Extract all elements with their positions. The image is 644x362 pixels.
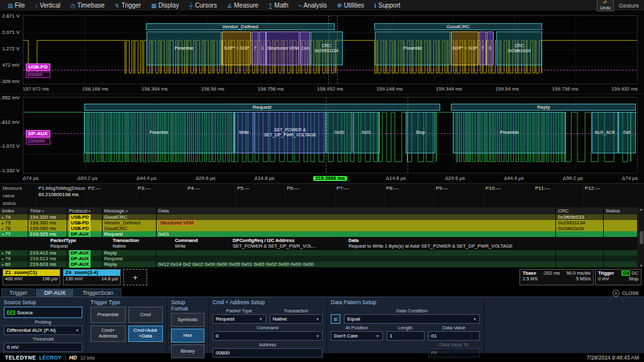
cursors-menu[interactable]: ┼Cursors [184, 0, 222, 11]
threshold-input[interactable]: 0 mV [4, 343, 82, 352]
timebase-descriptor[interactable]: Tbase -202 ms 50.0 ms/div 2.5 MS 5 MS/s [519, 269, 594, 285]
detail-value: Request to Write 1 Byte(s) at Addr SET_P… [348, 243, 635, 249]
trigger-type-cmd[interactable]: Cmd [128, 307, 164, 323]
measure-param[interactable]: P4:--- [186, 184, 235, 207]
gesture-label: Gesture [619, 3, 641, 9]
dialog-close-button[interactable]: × CLOSE [613, 290, 643, 297]
length-input[interactable]: 1 [387, 331, 425, 341]
tab-triggerscan[interactable]: TriggerScan [74, 288, 121, 297]
address-input[interactable]: 00600 [213, 348, 323, 358]
probing-select[interactable]: Differential AUX (P-N) ▼ [4, 326, 82, 335]
data-value-to-input[interactable]: FF [428, 348, 480, 358]
add-trace-button[interactable]: + [123, 269, 147, 285]
trigger-type-cmd-addr-data[interactable]: Cmd+Addr +Data [128, 326, 164, 342]
tab-dp-aux[interactable]: DP-AUX [36, 288, 74, 297]
measure-param[interactable]: P8:--- [384, 184, 434, 207]
timebase-menu[interactable]: ◷Timebase [65, 0, 109, 11]
decode-row[interactable]: ▸79219.513 msDP-AUXRequest [0, 256, 638, 261]
measure-param[interactable]: P1:MsgToMsg(Decod...60.210600198 ms [36, 184, 86, 207]
scroll-down-icon[interactable]: ▼ [640, 264, 643, 268]
scrollbar-thumb[interactable] [640, 231, 643, 244]
format-hex[interactable]: Hex [171, 329, 204, 343]
decode-detail-row[interactable]: PacketTypeTransactionCommandDPConfigReq … [0, 237, 638, 250]
column-header-status[interactable]: Status [604, 207, 638, 214]
decode-row[interactable]: ▾77219.325 msDP-AUXRequest0x01 [0, 231, 638, 237]
trigger-descriptor[interactable]: Trigger C4 DC 0 mV Stop [595, 269, 641, 285]
protocol-badge: DP-AUX [69, 261, 91, 267]
dpaux-channel-badge[interactable]: DP-AUX [26, 130, 50, 138]
expander-icon[interactable]: ▸ [2, 257, 4, 261]
format-binary[interactable]: Binary [171, 344, 204, 358]
cell-time: 154.320 ms [28, 214, 67, 220]
vertical-menu-icon: ↕ [35, 3, 38, 9]
packet-type-select[interactable]: Request ▼ [213, 314, 266, 324]
decode-row[interactable]: ▸76159.080 msUSB-PDGoodCRC0x2afe2a1b [0, 226, 638, 231]
column-header-message[interactable]: Message▾ [102, 207, 156, 214]
measure-param[interactable]: P10:--- [484, 184, 533, 207]
math-menu[interactable]: ∑Math [264, 0, 294, 11]
z1-descriptor[interactable]: Z1 zoom(C1) 400 mV/ 196 µs/ [3, 269, 60, 285]
measure-param-status [187, 192, 234, 197]
measure-param[interactable]: P11:--- [533, 184, 583, 207]
column-header-index[interactable]: Index [0, 207, 28, 214]
cell-protocol: DP-AUX [67, 261, 102, 267]
expander-icon[interactable]: ▸ [2, 221, 4, 225]
pattern-menu-button[interactable]: ≡ [331, 314, 340, 324]
expander-icon[interactable]: ▸ [2, 216, 4, 219]
tbase-scale: 50.0 ms/div [567, 270, 591, 276]
column-header-protocol[interactable]: Protocol▾ [67, 207, 102, 214]
z1-name: zoom(C1) [14, 270, 36, 276]
support-menu[interactable]: ℹSupport [369, 0, 405, 11]
cell-message: GoodCRC [102, 214, 156, 220]
transaction-select[interactable]: Native ▼ [270, 314, 323, 324]
decode-row[interactable]: ▸80219.603 msDP-AUXReply0x12 0x14 0x2 0x… [0, 261, 638, 267]
decode-row[interactable]: ▸75158.360 msUSB-PDVendor_DefinedStructu… [0, 220, 638, 226]
file-menu[interactable]: ▤File [3, 0, 30, 11]
utilities-menu[interactable]: ☸Utilities [332, 0, 369, 11]
measure-param[interactable]: P6:--- [285, 184, 335, 207]
cell-data [156, 267, 556, 268]
measure-menu[interactable]: ∡Measure [222, 0, 264, 11]
grid2-plot[interactable]: RequestPreambleWriteSET_POWER & SET_DP_P… [23, 97, 638, 173]
measure-param[interactable]: P9:--- [434, 184, 484, 207]
grid1-plot[interactable]: Vendor_DefinedPreambleSOP* = SOP71Struct… [23, 15, 638, 84]
column-header-time[interactable]: Time▾ [28, 207, 67, 214]
decode-row[interactable]: ▸81219.791 msDP-AUXRequest [0, 267, 638, 268]
usbpd-decode-baseline [23, 70, 637, 70]
expander-icon[interactable]: ▾ [2, 233, 4, 236]
format-symbolic[interactable]: Symbolic [171, 313, 204, 327]
expander-icon[interactable]: ▸ [2, 263, 4, 266]
grid1-x-label: 158.756 ms [258, 87, 284, 92]
vertical-menu[interactable]: ↕Vertical [30, 0, 65, 11]
at-position-select[interactable]: Don't Care ▼ [331, 331, 383, 341]
table-scrollbar[interactable]: ▲ ▼ [638, 207, 644, 268]
tab-trigger[interactable]: Trigger [1, 288, 35, 297]
decode-row[interactable]: ▸74154.320 msUSB-PDGoodCRC0x3f69b533 [0, 214, 638, 220]
undo-button[interactable]: ↶ Undo [597, 0, 614, 11]
measure-param[interactable]: P5:--- [235, 184, 285, 207]
display-menu[interactable]: ▦Display [146, 0, 184, 11]
measure-param[interactable]: P3:--- [136, 184, 186, 207]
data-value-input[interactable]: 01 [428, 331, 480, 341]
column-header-crc[interactable]: CRC [556, 207, 604, 214]
trigger-type-cmd-address[interactable]: Cmd+ Address [91, 326, 126, 342]
measure-param[interactable]: P2:--- [86, 184, 136, 207]
measure-param-name: P11:--- [535, 185, 582, 191]
expander-icon[interactable]: ▸ [2, 251, 4, 255]
usbpd-channel-badge[interactable]: USB-PD [26, 63, 50, 71]
analysis-menu[interactable]: ≈Analysis [294, 0, 332, 11]
data-condition-select[interactable]: Equal ▼ [344, 314, 480, 324]
dpaux-packet-header: Request [84, 104, 440, 111]
command-input[interactable]: 0 ▼ [213, 331, 323, 341]
source-select[interactable]: C4 Source [4, 307, 82, 318]
decode-row[interactable]: ▸78219.412 msDP-AUXReply [0, 250, 638, 256]
cell-message: Reply [102, 261, 156, 267]
expander-icon[interactable]: ▸ [2, 227, 4, 231]
measure-param[interactable]: P12:--- [583, 184, 633, 207]
trigger-type-preamble[interactable]: Preamble [91, 307, 126, 323]
column-header-data[interactable]: Data [156, 207, 556, 214]
trigger-menu[interactable]: ↯Trigger [109, 0, 146, 11]
z4-descriptor[interactable]: Z4 zoom(3-4) 130 mV/ 14.8 µs/ [63, 269, 121, 285]
scroll-up-icon[interactable]: ▲ [640, 207, 643, 211]
measure-param[interactable]: P7:--- [335, 184, 384, 207]
